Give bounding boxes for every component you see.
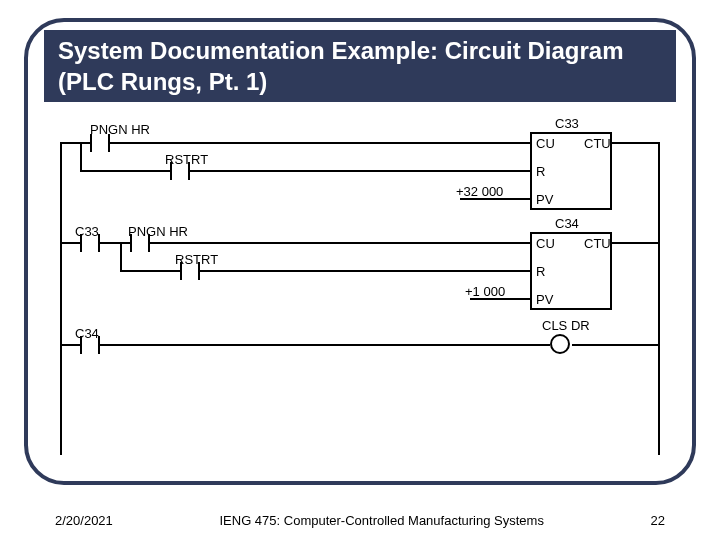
label-rstrt-1: RSTRT xyxy=(165,152,208,167)
slide-footer: 2/20/2021 IENG 475: Computer-Controlled … xyxy=(0,513,720,528)
wire xyxy=(612,242,660,244)
wire xyxy=(60,142,90,144)
slide-title: System Documentation Example: Circuit Di… xyxy=(58,35,676,97)
label-preset-2: +1 000 xyxy=(465,284,505,299)
label-c33-id: C33 xyxy=(555,116,579,131)
footer-date: 2/20/2021 xyxy=(55,513,113,528)
label-pngnhr-1: PNGN HR xyxy=(90,122,150,137)
label-c34-type: CTU xyxy=(584,236,611,251)
label-pngnhr-2: PNGN HR xyxy=(128,224,188,239)
contact-rstrt-1 xyxy=(170,170,190,188)
coil-clsdr xyxy=(550,334,570,354)
wire xyxy=(60,242,80,244)
wire xyxy=(200,270,530,272)
wire xyxy=(80,142,82,170)
contact-rstrt-2 xyxy=(180,270,200,288)
plc-diagram: PNGN HR RSTRT +32 000 C33 CU CTU R PV C3… xyxy=(60,120,660,455)
right-power-rail xyxy=(658,142,660,455)
contact-pngnhr-1 xyxy=(90,142,110,160)
label-c34-id: C34 xyxy=(555,216,579,231)
label-c34-r: R xyxy=(536,264,545,279)
label-c33-type: CTU xyxy=(584,136,611,151)
label-c33-contact: C33 xyxy=(75,224,99,239)
label-c33-pv: PV xyxy=(536,192,553,207)
label-c33-cu: CU xyxy=(536,136,555,151)
wire xyxy=(572,344,660,346)
label-c34-pv: PV xyxy=(536,292,553,307)
left-power-rail xyxy=(60,142,62,455)
contact-c33 xyxy=(80,242,100,260)
wire xyxy=(150,242,530,244)
label-clsdr: CLS DR xyxy=(542,318,590,333)
wire xyxy=(100,344,550,346)
wire xyxy=(120,242,122,270)
wire xyxy=(120,270,180,272)
wire xyxy=(612,142,660,144)
wire xyxy=(60,344,80,346)
wire xyxy=(80,170,170,172)
footer-slide-number: 22 xyxy=(651,513,665,528)
label-c33-r: R xyxy=(536,164,545,179)
title-bar: System Documentation Example: Circuit Di… xyxy=(44,30,676,102)
footer-course: IENG 475: Computer-Controlled Manufactur… xyxy=(113,513,651,528)
label-c34-contact: C34 xyxy=(75,326,99,341)
label-preset-1: +32 000 xyxy=(456,184,503,199)
wire xyxy=(100,242,130,244)
label-c34-cu: CU xyxy=(536,236,555,251)
label-rstrt-2: RSTRT xyxy=(175,252,218,267)
contact-pngnhr-2 xyxy=(130,242,150,260)
contact-c34 xyxy=(80,344,100,362)
wire xyxy=(110,142,530,144)
wire xyxy=(190,170,530,172)
